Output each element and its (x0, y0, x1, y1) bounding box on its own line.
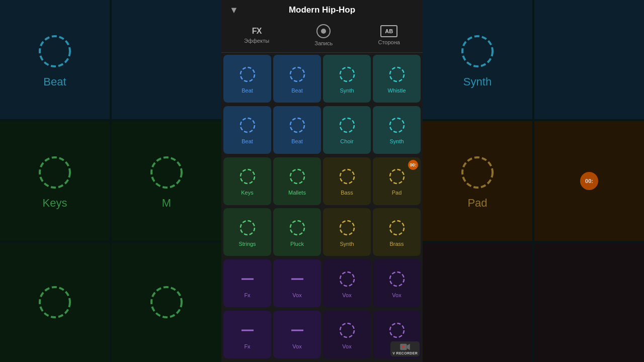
pad-icon-14 (337, 218, 357, 238)
svg-point-15 (240, 169, 255, 184)
bg-label-pad: Pad (467, 197, 487, 210)
background-right: Synth Pad 00: (423, 0, 644, 362)
pad-icon-23 (387, 320, 407, 340)
side-toolbar-item[interactable]: A B Сторона (378, 25, 400, 45)
pad-icon-2 (337, 64, 357, 84)
fx-toolbar-item[interactable]: FX Эффекты (244, 27, 269, 44)
pad-cell-4[interactable]: Beat (223, 106, 271, 154)
pad-icon-13 (287, 218, 307, 238)
pad-cell-0[interactable]: Beat (223, 55, 271, 103)
bg-cell-5 (0, 243, 110, 362)
pad-cell-9[interactable]: Mallets (273, 157, 321, 205)
pad-label-20: Fx (244, 343, 250, 349)
pad-cell-5[interactable]: Beat (273, 106, 321, 154)
bg-cell-r5 (423, 243, 532, 362)
record-toolbar-item[interactable]: Запись (314, 24, 333, 46)
bg-label-m: M (162, 197, 171, 210)
pad-label-5: Beat (291, 138, 303, 144)
pad-cell-23[interactable]: VoxV RECORDER (373, 311, 421, 358)
pad-icon-5 (287, 115, 307, 135)
pad-label-1: Beat (291, 87, 303, 94)
pad-icon-4 (237, 115, 258, 135)
pad-icon-3 (387, 64, 407, 84)
svg-point-1 (40, 157, 70, 188)
pad-cell-17[interactable]: Vox (273, 259, 321, 307)
bg-cell-mallets: M (112, 121, 221, 240)
bg-cell-beat-1: Beat (0, 0, 110, 119)
pad-cell-15[interactable]: Brass (373, 208, 421, 256)
pad-cell-10[interactable]: Bass (323, 157, 371, 205)
svg-point-14 (390, 118, 404, 132)
svg-point-12 (290, 118, 304, 132)
fx-icon: FX (252, 27, 261, 36)
pad-cell-1[interactable]: Beat (273, 55, 321, 103)
pad-cell-18[interactable]: Vox (323, 259, 371, 307)
side-label: Сторона (378, 39, 400, 45)
pad-label-9: Mallets (288, 190, 306, 196)
bg-cell-r6 (534, 243, 644, 362)
fx-label: Эффекты (244, 38, 269, 44)
bg-cell-synth: Synth (423, 0, 532, 119)
pad-icon-12 (237, 218, 258, 238)
svg-point-16 (290, 169, 304, 184)
pad-cell-3[interactable]: Whistle (373, 55, 421, 103)
bg-cell-2 (112, 0, 221, 119)
svg-point-33 (402, 346, 404, 348)
svg-point-3 (40, 287, 70, 317)
pad-icon-20 (237, 320, 258, 340)
pad-label-19: Vox (392, 292, 401, 298)
pad-cell-16[interactable]: Fx (223, 259, 271, 307)
svg-point-4 (151, 287, 182, 317)
pad-icon-11 (387, 166, 407, 187)
pad-label-4: Beat (242, 138, 253, 144)
toolbar: FX Эффекты Запись A B Сторона (221, 20, 423, 53)
pad-cell-11[interactable]: Pad00: (373, 157, 421, 205)
record-icon (316, 24, 331, 38)
bg-cell-keys: Keys (0, 121, 110, 240)
pad-cell-20[interactable]: Fx (223, 311, 271, 358)
pad-label-12: Strings (238, 241, 256, 247)
pad-label-2: Synth (340, 87, 354, 94)
svg-point-30 (390, 323, 404, 337)
pad-cell-12[interactable]: Strings (223, 208, 271, 256)
svg-marker-32 (407, 344, 410, 350)
svg-point-19 (240, 221, 255, 235)
pad-label-0: Beat (242, 87, 253, 94)
pad-cell-8[interactable]: Keys (223, 157, 271, 205)
pad-cell-21[interactable]: Vox (273, 311, 321, 358)
pad-cell-19[interactable]: Vox (373, 259, 421, 307)
pad-icon-17 (287, 269, 307, 289)
pad-label-3: Whistle (387, 87, 406, 94)
bg-label-keys: Keys (43, 197, 67, 210)
svg-point-7 (240, 67, 255, 81)
svg-point-0 (40, 36, 70, 66)
pad-label-8: Keys (241, 190, 253, 196)
chevron-button[interactable]: ▼ (229, 5, 238, 16)
pad-cell-7[interactable]: Synth (373, 106, 421, 154)
pad-cell-14[interactable]: Synth (323, 208, 371, 256)
pad-icon-1 (287, 64, 307, 84)
pad-icon-0 (237, 64, 258, 84)
center-panel: ▼ Modern Hip-Hop FX Эффекты Запись A B С… (221, 0, 423, 362)
pad-icon-16 (237, 269, 258, 289)
svg-point-9 (340, 67, 354, 81)
header: ▼ Modern Hip-Hop (221, 0, 423, 20)
svg-point-29 (340, 323, 354, 337)
pad-label-21: Vox (292, 343, 301, 349)
svg-point-2 (151, 157, 182, 188)
pad-icon-15 (387, 218, 407, 238)
pad-cell-13[interactable]: Pluck (273, 208, 321, 256)
pad-icon-22 (337, 320, 357, 340)
bg-cell-pad: Pad (423, 121, 532, 240)
svg-point-6 (462, 157, 493, 188)
pad-label-7: Synth (389, 138, 404, 144)
pad-icon-9 (287, 166, 307, 187)
svg-point-5 (462, 36, 493, 66)
pad-label-10: Bass (341, 190, 353, 196)
pad-icon-19 (387, 269, 407, 289)
background-left: Beat Keys M (0, 0, 221, 362)
pad-cell-6[interactable]: Choir (323, 106, 371, 154)
pad-cell-2[interactable]: Synth (323, 55, 371, 103)
pad-label-14: Synth (340, 241, 354, 247)
pad-cell-22[interactable]: Vox (323, 311, 371, 358)
